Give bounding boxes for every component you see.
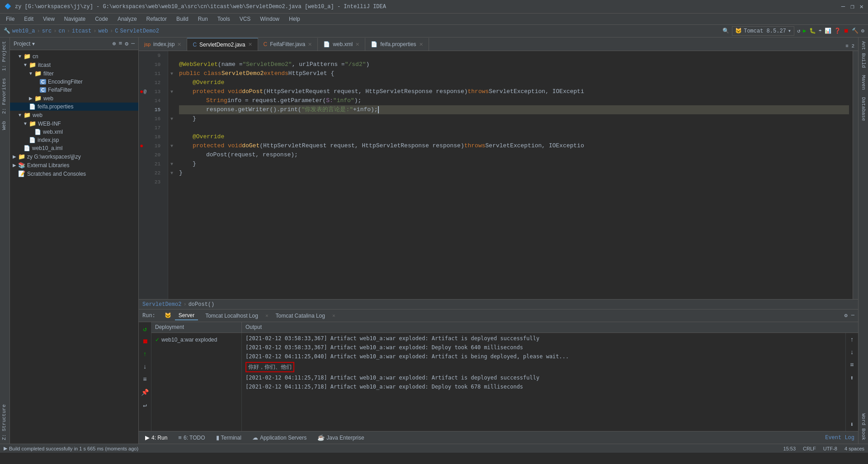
tree-item-iml[interactable]: 📄 web10_a.iml [10, 144, 138, 152]
tree-item-feifafilter[interactable]: C FeifaFilter [10, 86, 138, 94]
bottom-tab-terminal[interactable]: ▮ Terminal [213, 433, 244, 442]
run-config-selector[interactable]: 🐱 Tomcat 8.5.27 ▾ [732, 26, 794, 36]
scroll-down-output[interactable]: ↓ [847, 347, 857, 357]
fold-16[interactable]: ▼ [168, 114, 175, 123]
sidebar-tab-project[interactable]: 1: Project [0, 37, 9, 75]
bottom-tab-todo[interactable]: ≡ 6: TODO [175, 433, 208, 442]
sidebar-tab-structure[interactable]: Z: Structure [0, 401, 9, 444]
tree-item-scratches[interactable]: 📝 Scratches and Consoles [10, 169, 138, 178]
search-everywhere-icon[interactable]: 🔍 [722, 28, 729, 34]
tree-item-webxml[interactable]: 📄 web.xml [10, 128, 138, 136]
deployment-item-web10a[interactable]: ✓ web10_a:war exploded [151, 335, 241, 345]
menu-window[interactable]: Window [256, 15, 283, 23]
menu-run[interactable]: Run [194, 15, 212, 23]
method-name[interactable]: doPost() [189, 301, 215, 308]
menu-refactor[interactable]: Refactor [143, 15, 170, 23]
tree-item-encodingfilter[interactable]: C EncodingFilter [10, 78, 138, 86]
fold-22[interactable]: ▼ [168, 169, 175, 178]
fold-21[interactable]: ▼ [168, 159, 175, 169]
right-tab-database[interactable]: Database [859, 94, 868, 125]
nav-cn[interactable]: cn [58, 28, 65, 34]
tab-close-servletdemo2[interactable]: ✕ [248, 42, 252, 47]
tab-close-index-jsp[interactable]: ✕ [177, 42, 181, 47]
bottom-tab-run[interactable]: ▶ 4: Run [142, 433, 170, 442]
scroll-down-button[interactable]: ↓ [140, 362, 150, 372]
tree-item-web-pkg[interactable]: ▶ 📁 web [10, 94, 138, 103]
right-tab-maven[interactable]: Maven [859, 71, 868, 94]
format-button[interactable]: ≡ [140, 375, 150, 384]
tab-feifafilter[interactable]: C FeifaFilter.java ✕ [258, 38, 318, 51]
nav-project[interactable]: web10_a [12, 28, 35, 34]
tree-item-cn[interactable]: ▼ 📁 cn [10, 52, 138, 61]
right-tab-wordbook[interactable]: Word Book [859, 410, 868, 444]
nav-src[interactable]: src [42, 28, 52, 34]
reload-icon[interactable]: ↺ [797, 28, 800, 34]
stop-button[interactable]: ⏹ [140, 337, 150, 347]
menu-navigate[interactable]: Navigate [61, 15, 89, 23]
tab-feifa-props[interactable]: 📄 feifa.properties ✕ [365, 38, 429, 51]
locate-icon[interactable]: ⊕ [113, 40, 116, 47]
coverage-icon[interactable]: ☂ [819, 28, 822, 34]
run-tab-server[interactable]: Server [175, 311, 198, 320]
build-icon[interactable]: 🔨 [852, 28, 859, 34]
menu-vcs[interactable]: VCS [236, 15, 255, 23]
menu-tools[interactable]: Tools [214, 15, 234, 23]
tab-index-jsp[interactable]: jsp index.jsp ✕ [139, 38, 187, 51]
tab-overflow[interactable]: ≡ 2 [842, 42, 858, 51]
close-button[interactable]: ✕ [860, 3, 863, 10]
tree-item-extlibs[interactable]: ▶ 📚 External Libraries [10, 161, 138, 169]
nav-class[interactable]: ServletDemo2 [120, 28, 159, 34]
tab-close-feifa-props[interactable]: ✕ [419, 42, 423, 47]
nav-web[interactable]: web [98, 28, 108, 34]
menu-view[interactable]: View [39, 15, 58, 23]
scroll-up-output[interactable]: ↑ [847, 335, 857, 345]
tab-close-feifafilter[interactable]: ✕ [308, 42, 312, 47]
run-minimize-icon[interactable]: ─ [851, 312, 854, 319]
status-encoding[interactable]: UTF-8 [823, 446, 837, 451]
bottom-scroll-icon[interactable]: ⬇ [847, 419, 857, 429]
expand-output[interactable]: ⬆ [847, 373, 857, 383]
tree-item-indexjsp[interactable]: 📄 index.jsp [10, 136, 138, 144]
tree-item-filter[interactable]: ▼ 📁 filter [10, 69, 138, 78]
bottom-tab-appservers[interactable]: ☁ Application Servers [250, 433, 309, 442]
stop-icon[interactable]: ⏹ [844, 28, 849, 34]
help-icon[interactable]: ❓ [834, 28, 841, 34]
right-tab-antbuild[interactable]: Ant Build [859, 37, 868, 71]
event-log-link[interactable]: Event Log [825, 435, 854, 441]
maximize-button[interactable]: ❐ [850, 3, 854, 10]
sidebar-tab-favorites[interactable]: 2: Favorites [0, 75, 9, 117]
settings-icon[interactable]: ⚙ [861, 28, 864, 34]
wrap-button[interactable]: ↵ [140, 400, 150, 410]
menu-edit[interactable]: Edit [20, 15, 37, 23]
minimize-panel-icon[interactable]: ─ [131, 40, 135, 47]
menu-code[interactable]: Code [91, 15, 112, 23]
tree-item-webinf[interactable]: ▼ 📁 WEB-INF [10, 119, 138, 128]
fold-13[interactable]: ▼ [168, 87, 175, 96]
scroll-up-button[interactable]: ↑ [140, 349, 150, 359]
profile-icon[interactable]: 📊 [825, 28, 831, 34]
run-tab-catalina-log[interactable]: Tomcat Catalina Log [272, 312, 329, 320]
menu-help[interactable]: Help [285, 15, 304, 23]
run-settings-icon[interactable]: ⚙ [844, 312, 848, 319]
editor-scrollbar[interactable] [853, 51, 858, 299]
tab-webxml[interactable]: 📄 web.xml ✕ [318, 38, 365, 51]
tree-item-itcast[interactable]: ▼ 📁 itcast [10, 61, 138, 69]
menu-build[interactable]: Build [173, 15, 192, 23]
tree-item-feifa-props[interactable]: 📄 feifa.properties [10, 103, 138, 111]
settings-icon[interactable]: ⚙ [125, 40, 128, 47]
run-tab-localhost-log[interactable]: Tomcat Localhost Log [202, 312, 262, 320]
title-bar-controls[interactable]: — ❐ ✕ [841, 3, 863, 10]
rerun-button[interactable]: ↺ [140, 324, 150, 334]
run-tab-catalina-close[interactable]: ✕ [332, 313, 335, 319]
tree-item-web-folder[interactable]: ▼ 📁 web [10, 111, 138, 119]
nav-itcast[interactable]: itcast [72, 28, 91, 34]
pin-button[interactable]: 📌 [140, 387, 150, 397]
menu-file[interactable]: File [2, 15, 18, 23]
output-scroll-down-btn[interactable]: ⬇ [847, 419, 857, 429]
tab-close-webxml[interactable]: ✕ [355, 42, 359, 47]
fold-11[interactable]: ▼ [168, 69, 175, 78]
fold-19[interactable]: ▼ [168, 141, 175, 150]
menu-analyze[interactable]: Analyze [114, 15, 141, 23]
run-tab-localhost-close[interactable]: ✕ [265, 313, 269, 319]
code-content[interactable]: @WebServlet(name = "ServletDemo2", urlPa… [175, 51, 853, 299]
